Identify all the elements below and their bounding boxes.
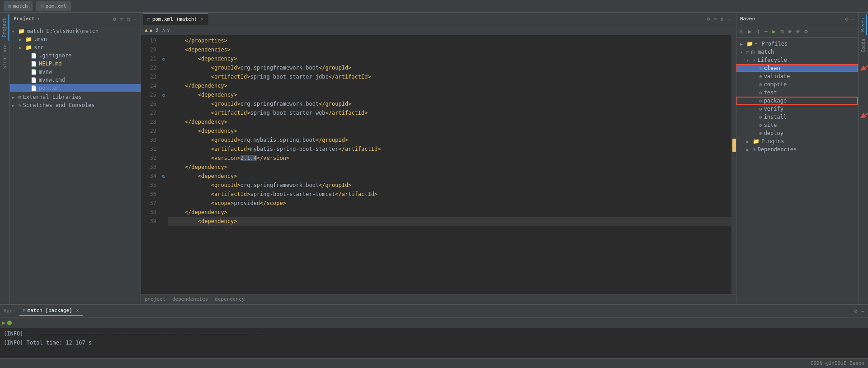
- breadcrumb-project[interactable]: project: [145, 296, 165, 302]
- code-line-27: <artifactId>spring-boot-starter-web</art…: [168, 108, 731, 117]
- bottom-tab-run[interactable]: m match [package] ×: [19, 306, 83, 316]
- tree-item-pomxml[interactable]: 📄 pom.xml: [10, 84, 141, 92]
- maven-item-package[interactable]: ⚙ package: [736, 97, 858, 105]
- right-strip-maven[interactable]: Maven: [859, 14, 867, 35]
- code-line-38: </dependency>: [168, 208, 731, 217]
- code-line-34: <dependency>: [168, 172, 731, 181]
- gutter-sync-25[interactable]: ↻: [162, 90, 165, 99]
- tree-item-external[interactable]: ▶ ≡ External Libraries: [10, 93, 141, 101]
- maven-item-plugins[interactable]: ▶ 📁 Plugins: [736, 137, 858, 145]
- status-bar: CSDN @UnIQUE Eason: [0, 358, 868, 368]
- code-line-28: </dependency>: [168, 117, 731, 126]
- tree-item-mvn[interactable]: ▶ 📁 .mvn: [10, 35, 141, 43]
- editor-tabs-bar: m pom.xml (match) × ⚙ ≡ ⇅ −: [141, 13, 736, 25]
- maven-tool-m[interactable]: m: [778, 28, 785, 36]
- project-title: Project: [14, 16, 34, 22]
- code-line-35: <groupId>org.springframework.boot</group…: [168, 181, 731, 190]
- code-line-24: </dependency>: [168, 81, 731, 90]
- maven-item-match[interactable]: ▾ m m match: [736, 48, 858, 56]
- maven-item-clean[interactable]: ⚙ clean: [736, 64, 858, 72]
- run-toolbar: ▶: [0, 317, 868, 328]
- breadcrumb: project › dependencies › dependency: [141, 294, 736, 304]
- project-panel-header: Project ▾ ⚙ ≡ ⇅ −: [10, 13, 141, 25]
- breadcrumb-dependency[interactable]: dependency: [215, 296, 245, 302]
- maven-icon-gear[interactable]: ⚙: [845, 16, 849, 22]
- maven-item-verify[interactable]: ⚙ verify: [736, 105, 858, 113]
- maven-title: Maven: [740, 16, 755, 22]
- run-line-2: [INFO] Total time: 12.167 s: [4, 338, 864, 347]
- maven-tool-run[interactable]: ▶: [746, 27, 754, 36]
- maven-tool-green-run[interactable]: ▶: [770, 27, 778, 36]
- maven-item-lifecycle[interactable]: ▾ ⚡ Lifecycle: [736, 56, 858, 64]
- run-indicator: [7, 321, 12, 325]
- maven-tool-refresh[interactable]: ↻: [738, 27, 745, 36]
- run-output: [INFO] ---------------------------------…: [0, 328, 868, 358]
- header-icon-cog[interactable]: ⚙: [113, 16, 116, 22]
- left-strip-structure[interactable]: Structure: [1, 41, 8, 72]
- bottom-tab-run-label: Run:: [4, 308, 16, 314]
- maven-item-deploy[interactable]: ⚙ deploy: [736, 129, 858, 137]
- tree-item-scratches[interactable]: ▶ ✎ Scratches and Consoles: [10, 101, 141, 109]
- tree-item-src[interactable]: ▶ 📁 src: [10, 43, 141, 51]
- maven-tool-add[interactable]: +: [762, 27, 769, 36]
- editor-gutter: ↻ ↻ ↻: [159, 35, 168, 294]
- maven-item-site[interactable]: ⚙ site: [736, 121, 858, 129]
- header-icon-minus[interactable]: −: [134, 16, 137, 22]
- bottom-icon-minus[interactable]: −: [861, 308, 864, 314]
- editor-tab-pomxml[interactable]: m pom.xml (match) ×: [143, 13, 208, 25]
- header-icon-arrow[interactable]: ⇅: [127, 16, 130, 22]
- status-right-text: CSDN @UnIQUE Eason: [811, 360, 864, 366]
- maven-item-profiles[interactable]: ▶ 📁 ~ Profiles: [736, 40, 858, 48]
- code-line-39: <dependency>: [168, 217, 731, 226]
- bottom-icon-gear[interactable]: ⚙: [854, 308, 858, 314]
- breadcrumb-dependencies[interactable]: dependencies: [172, 296, 208, 302]
- maven-item-install[interactable]: ⚙ install: [736, 113, 858, 121]
- right-strip-codda[interactable]: Codda: [860, 35, 867, 56]
- code-line-37: <scope>provided</scope>: [168, 199, 731, 208]
- code-line-23: <artifactId>spring-boot-starter-jdbc</ar…: [168, 72, 731, 81]
- editor-icon-arrows[interactable]: ⇅: [721, 16, 724, 22]
- tree-item-mvnw[interactable]: 📄 mvnw: [10, 68, 141, 76]
- maven-tree: ▶ 📁 ~ Profiles ▾ m m match ▾ ⚡ Lifecycle: [736, 38, 858, 304]
- tab-match[interactable]: m match: [4, 1, 33, 11]
- maven-item-validate[interactable]: ⚙ validate: [736, 72, 858, 80]
- editor-icon-list[interactable]: ≡: [713, 16, 717, 22]
- maven-icon-minus[interactable]: −: [851, 16, 854, 22]
- tree-item-helpmd[interactable]: 📄 HELP.md: [10, 60, 141, 68]
- maven-item-test[interactable]: ⚙ test: [736, 89, 858, 97]
- maven-toolbar: ↻ ▶ ↯ + ▶ m ⊕ ⊖ ⚙: [736, 25, 858, 38]
- code-line-25: <dependency>: [168, 90, 731, 99]
- close-tab-icon[interactable]: ×: [201, 16, 204, 22]
- code-line-30: <groupId>org.mybatis.spring.boot</groupI…: [168, 135, 731, 144]
- gutter-sync-34[interactable]: ↻: [162, 172, 165, 181]
- close-run-tab[interactable]: ×: [76, 307, 79, 313]
- code-line-29: <dependency>: [168, 126, 731, 135]
- run-btn-play[interactable]: ▶: [2, 319, 5, 326]
- code-line-19: </properties>: [168, 36, 731, 45]
- warning-icon: ▲: [145, 27, 148, 33]
- code-line-33: </dependency>: [168, 163, 731, 172]
- maven-tool-collapse[interactable]: ⊖: [794, 27, 802, 36]
- left-strip-project[interactable]: Project: [1, 14, 9, 41]
- maven-item-compile[interactable]: ⚙ compile: [736, 80, 858, 89]
- code-line-21: <dependency>: [168, 54, 731, 63]
- maven-item-dependencies[interactable]: ▶ ⊞ Dependencies: [736, 145, 858, 154]
- code-editor[interactable]: </properties> <dependencies> <dependency…: [168, 35, 731, 294]
- maven-tool-config[interactable]: ⚙: [802, 27, 810, 36]
- tree-item-match[interactable]: ▾ 📁 match E:\stsWork\match: [10, 27, 141, 35]
- maven-tool-skip-tests[interactable]: ↯: [755, 27, 762, 36]
- project-tree: ▾ 📁 match E:\stsWork\match ▶ 📁 .mvn ▶ 📁 …: [10, 25, 141, 304]
- header-icon-list[interactable]: ≡: [120, 16, 123, 22]
- maven-tool-expand[interactable]: ⊕: [786, 27, 793, 36]
- maven-panel-header: Maven ⚙ −: [736, 13, 858, 25]
- tab-pomxml[interactable]: m pom.xml: [36, 1, 71, 11]
- editor-icon-minus[interactable]: −: [727, 16, 731, 22]
- code-line-26: <groupId>org.springframework.boot</group…: [168, 99, 731, 108]
- tree-item-gitignore[interactable]: 📄 .gitignore: [10, 51, 141, 60]
- code-line-20: <dependencies>: [168, 45, 731, 54]
- editor-icon-gear[interactable]: ⚙: [707, 16, 710, 22]
- bottom-tabs-bar: Run: m match [package] × ⚙ −: [0, 305, 868, 317]
- tree-item-mvnwcmd[interactable]: 📄 mvnw.cmd: [10, 76, 141, 84]
- gutter-sync-21[interactable]: ↻: [162, 54, 165, 63]
- code-line-32: <version>2.1.4</version>: [168, 154, 731, 163]
